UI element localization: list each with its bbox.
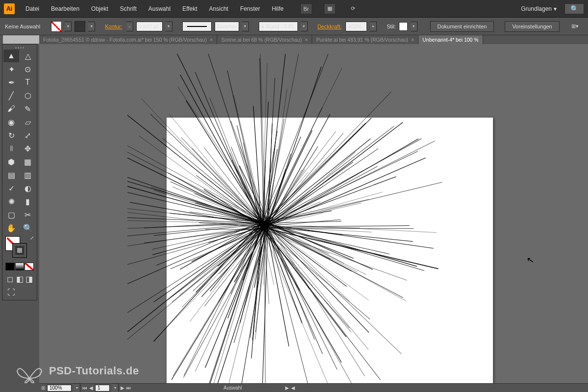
menu-auswahl[interactable]: Auswahl	[144, 2, 175, 15]
menu-schrift[interactable]: Schrift	[115, 2, 142, 15]
stroke-profile-dropdown[interactable]: ▾	[242, 22, 249, 31]
screen-mode[interactable]: ⛶	[3, 286, 19, 299]
search-input[interactable]: 🔍	[564, 3, 584, 14]
current-tool-label: Auswahl	[223, 385, 242, 391]
tool-paintbrush[interactable]: 🖌	[3, 102, 19, 115]
stroke-dropdown[interactable]: ▾	[88, 22, 95, 31]
opacity-dropdown[interactable]: ▸	[370, 22, 377, 31]
canvas[interactable]	[39, 44, 588, 383]
menu-effekt[interactable]: Effekt	[177, 2, 202, 15]
arrange-icon[interactable]: ▦	[324, 3, 336, 14]
brush-dropdown[interactable]: ▾	[301, 22, 308, 31]
workspace-switcher[interactable]: Grundlagen ▾	[516, 3, 562, 14]
close-icon[interactable]: ×	[305, 37, 308, 43]
scroll-right-icon[interactable]: ◀	[291, 385, 295, 391]
draw-behind[interactable]: ◧	[15, 272, 24, 285]
tool-eyedropper[interactable]: ✓	[3, 182, 19, 195]
tool-slice[interactable]: ✂	[20, 208, 36, 221]
tool-selection[interactable]: ▲	[3, 49, 19, 62]
stroke-weight-dropdown[interactable]: ▾	[166, 22, 172, 31]
page-dropdown[interactable]: ▾	[112, 383, 119, 392]
zoom-level[interactable]: 100%	[47, 385, 72, 392]
tool-scale[interactable]: ⤢	[20, 129, 36, 142]
tab-sonne[interactable]: Sonne.ai bei 68 % (RGB/Vorschau)×	[217, 35, 312, 44]
stroke-profile[interactable]	[182, 22, 212, 31]
tool-rectangle[interactable]: ⬡	[20, 89, 36, 102]
scroll-left-icon[interactable]: ▶	[285, 385, 289, 391]
tool-rotate[interactable]: ↻	[3, 129, 19, 142]
tool-pen[interactable]: ✒	[3, 76, 19, 89]
swap-colors-icon[interactable]: ⤢	[30, 235, 34, 241]
color-mode-solid[interactable]	[5, 263, 15, 270]
next-page-icon[interactable]: ▶	[121, 385, 124, 391]
bridge-icon[interactable]: Br	[300, 3, 312, 14]
tool-graph[interactable]: ▮	[20, 195, 36, 208]
tool-magic-wand[interactable]: ✦	[3, 63, 19, 75]
align-icon[interactable]: ⊞▾	[569, 21, 581, 32]
tool-direct-selection[interactable]: △	[20, 49, 36, 62]
menu-datei[interactable]: Datei	[21, 2, 44, 15]
search-icon: 🔍	[570, 5, 579, 13]
tool-pencil[interactable]: ✎	[20, 102, 36, 115]
stroke-swatch[interactable]	[74, 21, 85, 32]
stroke-weight-input[interactable]: 0,522 pt	[136, 22, 163, 31]
tab-punkte[interactable]: Punkte.ai bei 483,91 % (RGB/Vorschau)×	[312, 35, 418, 44]
first-page-icon[interactable]: ⏮	[82, 385, 87, 391]
tool-blob-brush[interactable]: ◉	[3, 116, 19, 128]
style-dropdown[interactable]: ▾	[411, 22, 417, 31]
opacity-input[interactable]: 100%	[345, 22, 367, 31]
kontur-label: Kontur:	[105, 24, 122, 29]
sync-icon[interactable]: ⟳	[347, 3, 359, 14]
fill-dropdown[interactable]: ▾	[65, 22, 72, 31]
tool-eraser[interactable]: ▱	[20, 116, 36, 128]
stroke-color[interactable]	[12, 243, 27, 258]
menu-ansicht[interactable]: Ansicht	[204, 2, 233, 15]
color-mode-none[interactable]	[24, 263, 34, 270]
chevron-down-icon: ▾	[554, 5, 557, 12]
tool-lasso[interactable]: ⊙	[20, 63, 36, 75]
tool-blend[interactable]: ◐	[20, 182, 36, 195]
tool-perspective[interactable]: ▦	[20, 155, 36, 168]
tool-artboard[interactable]: ▢	[3, 208, 19, 221]
nav-icon[interactable]: ⊞	[41, 385, 45, 391]
menu-hilfe[interactable]: Hilfe	[267, 2, 289, 15]
butterfly-icon	[15, 359, 44, 383]
tool-hand[interactable]: ✋	[3, 221, 19, 234]
menu-fenster[interactable]: Fenster	[235, 2, 265, 15]
menu-bearbeiten[interactable]: Bearbeiten	[46, 2, 84, 15]
color-mode-gradient[interactable]	[15, 263, 24, 270]
panel-grip[interactable]	[3, 46, 36, 49]
draw-inside[interactable]: ◨	[24, 272, 34, 285]
fill-swatch[interactable]	[51, 21, 62, 32]
zoom-dropdown[interactable]: ▾	[74, 383, 80, 392]
preferences-button[interactable]: Voreinstellungen	[505, 21, 559, 32]
watermark-text: PSD-Tutorials.de	[49, 365, 139, 377]
tool-width[interactable]: ⫴	[3, 142, 19, 155]
prev-page-icon[interactable]: ◀	[89, 385, 93, 391]
tool-zoom[interactable]: 🔍	[20, 221, 36, 234]
tool-mesh[interactable]: ▤	[3, 169, 19, 181]
tool-shape-builder[interactable]: ⬢	[3, 155, 19, 168]
page-input[interactable]: 1	[95, 385, 110, 392]
menu-objekt[interactable]: Objekt	[86, 2, 113, 15]
tab-fotolia[interactable]: Fotolia_28654551 © ddraw - Fotolia.com.a…	[39, 35, 217, 44]
tools-panel: ▲△✦⊙✒T╱⬡🖌✎◉▱↻⤢⫴✥⬢▦▤▥✓◐✺▮▢✂✋🔍 ⤢ ◻ ◧ ◨ ⛶	[2, 44, 37, 300]
tool-type[interactable]: T	[20, 76, 36, 89]
tab-unbenannt[interactable]: Unbenannt-4* bei 100 %	[418, 35, 483, 44]
close-icon[interactable]: ×	[411, 37, 414, 43]
tool-line[interactable]: ╱	[3, 89, 19, 102]
tool-gradient[interactable]: ▥	[20, 169, 36, 181]
kontur-link[interactable]: ⌵	[126, 22, 133, 31]
workspace-label: Grundlagen	[521, 5, 552, 12]
style-swatch[interactable]	[399, 22, 408, 31]
document-setup-button[interactable]: Dokument einrichten	[430, 21, 494, 32]
watermark: PSD-Tutorials.de	[15, 359, 139, 383]
tool-symbol-sprayer[interactable]: ✺	[3, 195, 19, 208]
tool-free-transform[interactable]: ✥	[20, 142, 36, 155]
brush-select[interactable]: ● Rund - 5 Pt.	[259, 22, 298, 31]
last-page-icon[interactable]: ⏭	[126, 385, 131, 391]
menu-bar: Ai Datei Bearbeiten Objekt Schrift Auswa…	[0, 0, 588, 18]
draw-normal[interactable]: ◻	[5, 272, 15, 285]
close-icon[interactable]: ×	[210, 37, 213, 43]
control-bar: Keine Auswahl ▾ ▾ Kontur: ⌵ 0,522 pt ▾ G…	[0, 18, 588, 35]
